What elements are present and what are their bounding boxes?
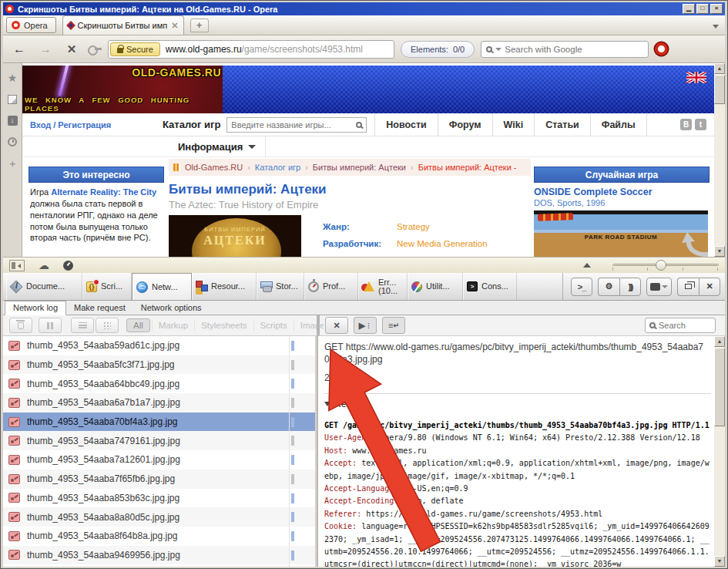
history-icon[interactable] [8,137,17,146]
opera-stop-icon[interactable] [655,42,668,56]
maximize-button[interactable]: □ [696,4,709,14]
forward-button[interactable]: → [35,42,55,56]
elements-badge[interactable]: Elements: 0/0 [401,41,475,58]
devtools-search-input[interactable] [659,321,711,330]
scroll-down-button[interactable]: ▼ [714,246,725,257]
info-dropdown[interactable]: Информация [169,136,266,157]
network-request-row[interactable]: thumb_4953_54aaba853b63c.jpg.jpg [3,489,315,508]
devtools-tab-profiler[interactable]: Prof... [304,273,358,300]
back-button[interactable]: ← [9,42,29,56]
catalog-label[interactable]: Каталог игр [163,119,220,130]
game-info-value[interactable]: New Media Generation [397,239,488,248]
scroll-down-button[interactable]: ▼ [714,556,725,567]
subtab-network-log[interactable]: Network log [5,301,66,315]
site-banner[interactable]: OLD-GAMES.RU WE KNOW A FEW GOOD HUNTING … [22,66,714,113]
close-detail-button[interactable]: ✕ [325,317,348,334]
remote-debug-icon[interactable]: ))) [619,278,641,296]
downloads-icon[interactable]: ↓ [8,116,18,126]
console-prompt-button[interactable]: >_ [571,278,592,296]
nav-menu-item[interactable]: Новости [374,113,437,136]
list-view-button[interactable] [71,318,94,333]
panels-toggle-button[interactable] [9,260,25,271]
network-request-row[interactable]: thumb_4953_54aaba6a7b1a7.jpg.jpg [3,393,315,412]
opera-menu-button[interactable]: Opera [6,17,56,33]
zoom-slider[interactable] [612,260,719,271]
google-search-input[interactable] [505,45,643,54]
request-section-header[interactable]: Request [324,393,711,409]
settings-gear-icon[interactable]: ⚙ [598,278,619,296]
devtools-tab-resources[interactable]: Resour... [192,273,257,300]
game-cover-image[interactable]: БИТВЫ ИМПЕРИЙ АЦТЕКИ [169,215,301,257]
filter-stylesheets[interactable]: Stylesheets [194,319,253,332]
filter-all[interactable]: All [126,318,150,332]
devtools-tab-network[interactable]: Netw... [132,273,192,300]
opera-turbo-icon[interactable] [63,261,73,271]
nav-menu-item[interactable]: Файлы [590,113,647,136]
network-request-row[interactable]: thumb_4953_54aaba64bbc49.jpg.jpg [3,374,315,393]
url-field[interactable]: Secure www.old-games.ru/game/screenshots… [108,40,394,59]
network-request-row[interactable]: thumb_4953_54aaba7479161.jpg.jpg [3,431,315,450]
opera-link-cloud-icon[interactable]: ☁ [39,260,49,271]
devtools-search-field[interactable] [645,318,716,333]
devtools-tab-utilities[interactable]: Utilit... [408,273,463,300]
devtools-tab-document[interactable]: Docume... [6,273,82,300]
window-capture-button[interactable] [646,278,672,296]
browser-scrollbar[interactable]: ▲ ▼ [714,63,725,257]
bookmarks-star-icon[interactable]: ★ [8,72,18,83]
secure-badge[interactable]: Secure [110,42,160,56]
random-game-link[interactable]: ONSIDE Complete Soccer [534,187,710,197]
password-key-icon[interactable] [88,45,102,52]
tab-list-chevron-icon[interactable] [713,25,719,29]
network-request-row[interactable]: thumb_4953_54aaba70bf4a3.jpg.jpg [3,412,315,432]
subtab-make-request[interactable]: Make request [66,301,133,315]
nav-menu-item[interactable]: Статьи [534,113,590,136]
tab-close-icon[interactable]: ✕ [171,21,178,31]
devtools-tab-errors[interactable]: Err...(10... [358,273,408,300]
social-twitter-button[interactable]: t [695,119,706,130]
game-search-input[interactable] [231,120,353,130]
nav-menu-item[interactable]: Форум [438,113,492,136]
network-request-row[interactable]: thumb_4953_54aaba7f65fb6.jpg.jpg [3,470,315,489]
clear-log-button[interactable] [9,318,32,333]
social-vk-button[interactable]: B [680,119,692,130]
scrollbar-thumb[interactable] [714,348,725,426]
network-request-row[interactable]: thumb_4953_54aaba5fc3f71.jpg.jpg [3,355,315,375]
new-tab-button[interactable]: + [190,19,209,32]
breadcrumb-item[interactable]: Битвы империй: Ацтеки - [418,163,517,172]
devtools-tab-script[interactable]: {}Scri... [82,273,132,300]
stop-button[interactable]: ✕ [62,42,82,56]
scroll-up-button[interactable]: ▲ [714,63,725,74]
interesting-link[interactable]: Alternate Reality: The City [51,187,156,197]
network-request-row[interactable]: thumb_4953_54aaba59ad61c.jpg.jpg [3,336,315,355]
browser-tab[interactable]: Скриншоты Битвы имп... ✕ [62,15,184,35]
zoom-menu-arrow-icon[interactable] [583,263,591,268]
scroll-up-button[interactable]: ▲ [714,336,725,347]
filter-scripts[interactable]: Scripts [253,319,294,332]
close-button[interactable]: × [710,4,723,14]
breadcrumb-item[interactable]: Битвы империй: Ацтеки [313,163,406,172]
notes-icon[interactable] [8,95,17,104]
network-request-row[interactable]: thumb_4953_54aaba9aa9b8d.jpg.jpg [3,564,315,567]
pause-button[interactable] [39,318,62,333]
network-request-row[interactable]: thumb_4953_54aaba8f64b8a.jpg.jpg [3,527,315,546]
network-request-row[interactable]: thumb_4953_54aaba8a80d5c.jpg.jpg [3,507,315,527]
network-request-row[interactable]: thumb_4953_54aaba7a12601.jpg.jpg [3,450,315,470]
devtools-tab-console[interactable]: >Cons... [463,273,517,300]
network-request-row[interactable]: thumb_4953_54aaba9469956.jpg.jpg [3,546,315,565]
breadcrumb-item[interactable]: Old-Games.RU [185,163,243,172]
detail-scrollbar[interactable]: ▲ ▼ [714,336,725,567]
devtools-close-button[interactable]: ✕ [699,278,720,296]
replay-request-button[interactable]: ▶⋮ [354,317,377,334]
minimize-button[interactable]: ▁ [683,4,695,14]
subtab-network-options[interactable]: Network options [133,301,210,315]
raw-view-button[interactable]: ≡↵ [382,317,405,334]
nav-menu-item[interactable]: Wiki [492,113,535,136]
google-search-field[interactable] [481,41,649,58]
add-panel-icon[interactable]: ＋ [7,158,18,169]
devtools-tab-storage[interactable]: Stor... [257,273,304,300]
login-link[interactable]: Вход / Регистрация [22,120,159,130]
zoom-slider-thumb[interactable] [656,260,666,271]
filter-markup[interactable]: Markup [152,319,194,332]
game-info-value[interactable]: Strategy [397,222,430,231]
grid-view-button[interactable] [96,318,119,333]
